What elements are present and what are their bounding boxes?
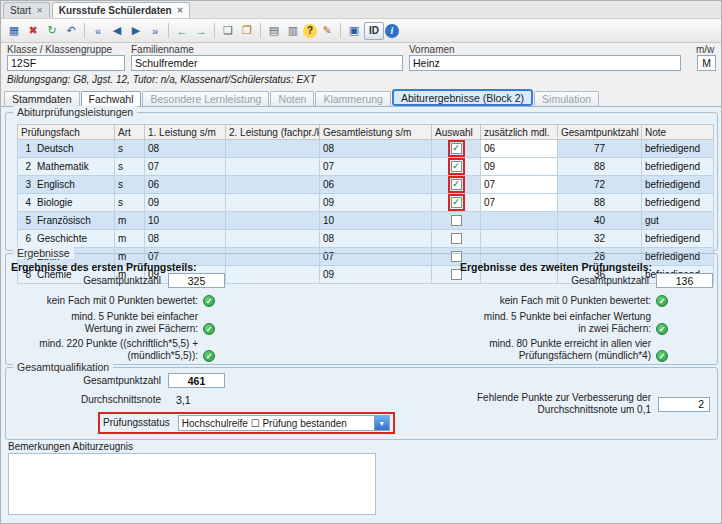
pruefungsstatus-select[interactable]: Hochschulreife ☐ Prüfung bestanden ▼ — [178, 415, 390, 431]
column-header-zusaetzlich-mdl[interactable]: zusätzlich mdl. — [481, 125, 558, 140]
column-header-art[interactable]: Art — [115, 125, 145, 140]
klasse-field[interactable] — [7, 55, 125, 71]
gesamtleistung-cell: 08 — [320, 230, 432, 248]
auswahl-checkbox[interactable] — [451, 143, 462, 154]
paste-icon[interactable]: ❐ — [238, 22, 256, 40]
forward-icon[interactable]: → — [192, 22, 210, 40]
doc-tab-label: Start — [10, 5, 31, 16]
table-row[interactable]: 1Deutsch s 08 08 06 77 befriedigend — [18, 140, 714, 158]
vornamen-field[interactable] — [409, 55, 681, 71]
check-passed-icon: ✓ — [656, 295, 668, 307]
print-icon[interactable]: ▤ — [265, 22, 283, 40]
row-number: 1 — [21, 143, 31, 155]
fehlende-punkte-field[interactable]: 2 — [658, 397, 710, 412]
bemerkungen-label: Bemerkungen Abiturzeugnis — [8, 441, 133, 452]
zusaetzlich-mdl-cell — [481, 230, 558, 248]
gesamtleistung-cell: 07 — [320, 158, 432, 176]
page-content: Abiturprüfungsleistungen Prüfungsfach Ar… — [1, 106, 721, 523]
chevron-down-icon[interactable]: ▼ — [374, 416, 389, 430]
note-cell: befriedigend — [642, 158, 714, 176]
close-icon[interactable]: ✕ — [36, 6, 43, 15]
art-cell: m — [115, 230, 145, 248]
annotation-box — [448, 194, 465, 211]
student-form: Klasse / Klassengruppe Familienname Vorn… — [1, 43, 721, 89]
tab-simulation[interactable]: Simulation — [534, 91, 599, 106]
undo-icon[interactable]: ↶ — [62, 22, 80, 40]
note-cell: befriedigend — [642, 140, 714, 158]
familienname-label: Familienname — [131, 44, 194, 55]
table-row[interactable]: 2Mathematik s 07 07 09 88 befriedigend — [18, 158, 714, 176]
document-tabbar: Start ✕ Kursstufe Schülerdaten ✕ — [1, 1, 721, 19]
gesamtpunktzahl-total-field[interactable]: 461 — [168, 373, 225, 388]
note-cell: befriedigend — [642, 176, 714, 194]
refresh-icon[interactable]: ↻ — [43, 22, 61, 40]
check-label: mind. 5 Punkte bei einfacher Wertung in … — [476, 311, 651, 335]
back-icon[interactable]: ← — [173, 22, 191, 40]
row-number: 5 — [21, 215, 31, 227]
gesamtpunktzahl-part1-field[interactable]: 325 — [168, 273, 225, 288]
column-header-leistung1[interactable]: 1. Leistung s/m — [145, 125, 226, 140]
help-icon[interactable]: ? — [303, 24, 317, 38]
save-icon[interactable]: ▦ — [5, 22, 23, 40]
fehlende-punkte-label: Fehlende Punkte zur Verbesserung der Dur… — [471, 392, 651, 416]
tab-abiturergebnisse[interactable]: Abiturergebnisse (Block 2) — [392, 89, 533, 106]
bemerkungen-textarea[interactable] — [8, 453, 376, 515]
check-label: mind. 80 Punkte erreicht in allen vier P… — [476, 338, 651, 362]
tab-stammdaten[interactable]: Stammdaten — [4, 91, 80, 106]
auswahl-checkbox[interactable] — [451, 161, 462, 172]
edit-icon[interactable]: ✎ — [318, 22, 336, 40]
column-header-leistung2[interactable]: 2. Leistung (fachpr./ko... — [226, 125, 320, 140]
leistung2-cell — [226, 230, 320, 248]
tab-besondere-lernleistung[interactable]: Besondere Lernleistung — [142, 91, 269, 106]
report-icon[interactable]: ▣ — [345, 22, 363, 40]
doc-tab-kursstufe-schuelerdaten[interactable]: Kursstufe Schülerdaten ✕ — [52, 2, 191, 18]
annotation-box — [448, 158, 465, 175]
tab-klammerung[interactable]: Klammerung — [315, 91, 391, 106]
check-passed-icon: ✓ — [203, 350, 215, 362]
auswahl-checkbox[interactable] — [451, 179, 462, 190]
zusaetzlich-mdl-cell[interactable]: 09 — [481, 158, 558, 176]
column-header-auswahl[interactable]: Auswahl — [432, 125, 481, 140]
tab-noten[interactable]: Noten — [270, 91, 314, 106]
doc-tab-start[interactable]: Start ✕ — [3, 2, 50, 18]
zusaetzlich-mdl-cell — [481, 212, 558, 230]
table-row[interactable]: 6Geschichte m 08 08 32 befriedigend — [18, 230, 714, 248]
gesamtpunktzahl-label: Gesamtpunktzahl — [431, 275, 649, 287]
gesamtleistung-cell: 10 — [320, 212, 432, 230]
column-header-gesamtpunktzahl[interactable]: Gesamtpunktzahl — [558, 125, 642, 140]
check-label: kein Fach mit 0 Punkten bewertet: — [33, 295, 198, 307]
pruefungsstatus-label: Prüfungsstatus — [103, 417, 170, 429]
nav-prior-icon[interactable]: ◀ — [108, 22, 126, 40]
column-header-note[interactable]: Note — [642, 125, 714, 140]
auswahl-checkbox[interactable] — [451, 215, 462, 226]
delete-icon[interactable]: ✖ — [24, 22, 42, 40]
zusaetzlich-mdl-cell[interactable]: 07 — [481, 176, 558, 194]
nav-last-icon[interactable]: » — [146, 22, 164, 40]
check-passed-icon: ✓ — [656, 350, 668, 362]
mw-label: m/w — [696, 44, 714, 55]
mw-field[interactable] — [697, 55, 716, 71]
leistung2-cell — [226, 212, 320, 230]
auswahl-checkbox[interactable] — [451, 197, 462, 208]
auswahl-checkbox[interactable] — [451, 233, 462, 244]
zusaetzlich-mdl-cell[interactable]: 07 — [481, 194, 558, 212]
subject-name: Deutsch — [37, 143, 74, 154]
print-preview-icon[interactable]: ▥ — [284, 22, 302, 40]
close-icon[interactable]: ✕ — [177, 6, 184, 15]
table-row[interactable]: 5Französisch m 10 10 40 gut — [18, 212, 714, 230]
gesamtpunktzahl-part2-field[interactable]: 136 — [656, 273, 713, 288]
annotation-box — [448, 176, 465, 193]
nav-next-icon[interactable]: ▶ — [127, 22, 145, 40]
toolbar-separator — [214, 23, 215, 38]
column-header-gesamtleistung[interactable]: Gesamtleistung s/m — [320, 125, 432, 140]
nav-first-icon[interactable]: « — [89, 22, 107, 40]
tab-fachwahl[interactable]: Fachwahl — [81, 91, 142, 106]
familienname-field[interactable] — [131, 55, 403, 71]
zusaetzlich-mdl-cell[interactable]: 06 — [481, 140, 558, 158]
table-row[interactable]: 4Biologie s 09 09 07 88 befriedigend — [18, 194, 714, 212]
copy-icon[interactable]: ❏ — [219, 22, 237, 40]
column-header-pruefungsfach[interactable]: Prüfungsfach — [18, 125, 115, 140]
info-icon[interactable]: i — [385, 24, 399, 38]
id-button[interactable]: ID — [364, 22, 384, 40]
table-row[interactable]: 3Englisch s 06 06 07 72 befriedigend — [18, 176, 714, 194]
